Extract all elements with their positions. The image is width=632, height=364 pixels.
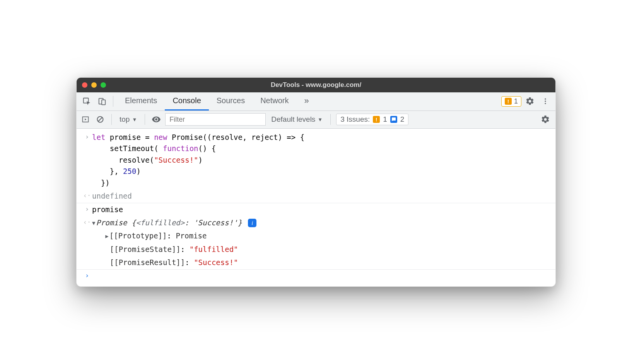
main-toolbar: Elements Console Sources Network » ! 1 [77,92,555,111]
warning-count: 1 [514,97,518,105]
warning-icon: ! [373,116,380,123]
tab-console[interactable]: Console [165,92,208,111]
svg-point-3 [545,99,546,100]
issues-label: 3 Issues: [340,115,370,124]
chevron-down-icon: ▼ [132,117,137,122]
minimize-window-button[interactable] [91,82,97,88]
issues-button[interactable]: 3 Issues: ! 1 2 [336,114,408,125]
object-property-row: [[PromiseState]]: "fulfilled" [77,243,555,256]
devtools-window: DevTools - www.google.com/ Elements Cons… [76,77,556,287]
clear-console-icon[interactable] [94,112,106,126]
svg-line-8 [98,117,102,121]
output-undefined: undefined [92,191,550,202]
log-level-selector[interactable]: Default levels ▼ [269,115,325,124]
zoom-window-button[interactable] [101,82,106,88]
panel-tabs: Elements Console Sources Network » [117,92,317,111]
close-window-button[interactable] [82,82,87,88]
toolbar-divider [113,96,113,107]
console-settings-icon[interactable] [538,112,552,126]
svg-point-5 [545,103,546,104]
info-icon [390,116,397,123]
console-input-row[interactable]: › promise [77,203,555,216]
prompt-marker-icon: › [82,270,92,281]
context-selector[interactable]: top ▼ [117,115,139,124]
info-icon[interactable]: i [248,219,256,227]
output-marker-icon: ‹· [82,217,92,228]
device-toolbar-icon[interactable] [95,94,109,108]
tab-network[interactable]: Network [253,92,296,111]
console-body: › let promise = new Promise((resolve, re… [77,129,555,286]
tab-sources[interactable]: Sources [209,92,253,111]
expand-triangle-icon[interactable]: ▶ [105,232,108,241]
warning-icon: ! [505,98,512,105]
filter-input[interactable] [165,113,266,126]
code-content: promise [92,204,550,215]
context-label: top [120,115,130,124]
console-output-row[interactable]: ‹· ▼Promise {<fulfilled>: 'Success!'} i [77,216,555,230]
kebab-menu-icon[interactable] [538,94,552,108]
warnings-badge[interactable]: ! 1 [501,96,521,107]
inspect-element-icon[interactable] [80,94,94,108]
tab-more[interactable]: » [297,92,317,111]
window-title: DevTools - www.google.com/ [77,81,555,89]
object-property-row: [[PromiseResult]]: "Success!" [77,256,555,269]
input-marker-icon: › [82,132,92,189]
live-expression-icon[interactable] [150,112,162,126]
input-marker-icon: › [82,204,92,215]
log-level-label: Default levels [271,115,315,124]
tab-elements[interactable]: Elements [117,92,165,111]
titlebar: DevTools - www.google.com/ [77,78,555,92]
issues-info-count: 2 [400,115,405,124]
object-property-row[interactable]: ▶[[Prototype]]: Promise [77,230,555,243]
console-input-row[interactable]: › let promise = new Promise((resolve, re… [77,131,555,190]
subbar-divider-2 [145,114,145,125]
collapse-triangle-icon[interactable]: ▼ [92,219,95,228]
console-output-row: ‹· undefined [77,190,555,203]
subbar-divider-1 [111,114,112,125]
console-toolbar: top ▼ Default levels ▼ 3 Issues: ! 1 2 [77,111,555,129]
subbar-divider-3 [330,114,331,125]
traffic-lights [82,82,106,88]
console-prompt[interactable]: › [77,270,555,282]
code-content: let promise = new Promise((resolve, reje… [92,132,550,189]
svg-point-4 [545,101,546,102]
issues-warn-count: 1 [383,115,387,124]
svg-rect-2 [102,100,105,105]
output-marker-icon: ‹· [82,191,92,202]
toggle-sidebar-icon[interactable] [80,112,91,126]
settings-icon[interactable] [523,94,537,108]
chevron-down-icon: ▼ [318,117,323,122]
promise-summary: ▼Promise {<fulfilled>: 'Success!'} i [92,217,550,228]
